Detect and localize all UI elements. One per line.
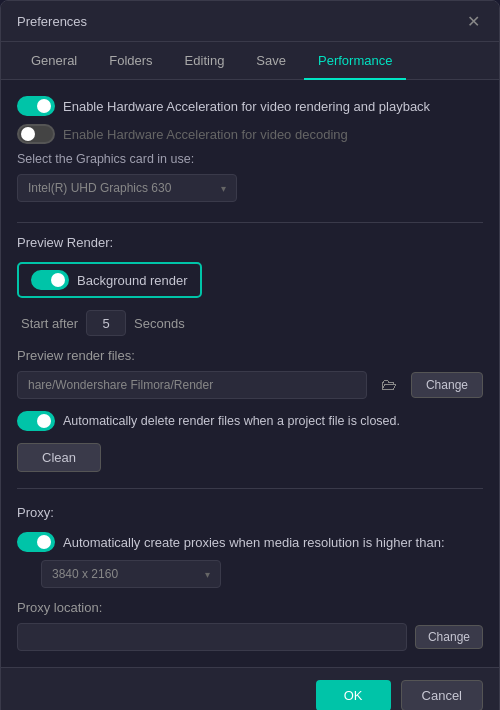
file-path-box: hare/Wondershare Filmora/Render: [17, 371, 367, 399]
auto-delete-row: Automatically delete render files when a…: [17, 411, 483, 431]
proxy-location-label: Proxy location:: [17, 600, 483, 615]
seconds-label: Seconds: [134, 316, 185, 331]
content-area: Enable Hardware Acceleration for video r…: [1, 80, 499, 667]
resolution-dropdown[interactable]: 3840 x 2160 ▾: [41, 560, 221, 588]
accel-video-toggle[interactable]: [17, 96, 55, 116]
preview-render-title: Preview Render:: [17, 235, 483, 250]
accel-decode-knob: [21, 127, 35, 141]
ok-button[interactable]: OK: [316, 680, 391, 710]
divider-1: [17, 222, 483, 223]
tab-editing[interactable]: Editing: [171, 43, 239, 80]
start-after-label: Start after: [21, 316, 78, 331]
tab-performance[interactable]: Performance: [304, 43, 406, 80]
auto-delete-label: Automatically delete render files when a…: [63, 414, 400, 428]
tab-folders[interactable]: Folders: [95, 43, 166, 80]
background-render-label: Background render: [77, 273, 188, 288]
accel-video-label: Enable Hardware Acceleration for video r…: [63, 99, 430, 114]
auto-proxy-toggle[interactable]: [17, 532, 55, 552]
accel-video-row: Enable Hardware Acceleration for video r…: [17, 96, 483, 116]
auto-proxy-knob: [37, 535, 51, 549]
dialog-title: Preferences: [17, 14, 87, 29]
accel-decode-toggle[interactable]: [17, 124, 55, 144]
folder-icon: 🗁: [381, 376, 397, 394]
preview-render-section: Preview Render: Background render Start …: [17, 235, 483, 472]
graphics-dropdown[interactable]: Intel(R) UHD Graphics 630 ▾: [17, 174, 237, 202]
close-button[interactable]: ✕: [463, 11, 483, 31]
background-render-toggle[interactable]: [31, 270, 69, 290]
change-button[interactable]: Change: [411, 372, 483, 398]
tab-general[interactable]: General: [17, 43, 91, 80]
tab-save[interactable]: Save: [242, 43, 300, 80]
auto-delete-toggle[interactable]: [17, 411, 55, 431]
proxy-change-button[interactable]: Change: [415, 625, 483, 649]
background-render-knob: [51, 273, 65, 287]
preferences-dialog: Preferences ✕ General Folders Editing Sa…: [0, 0, 500, 710]
auto-create-proxy-row: Automatically create proxies when media …: [17, 532, 483, 552]
proxy-location-box: [17, 623, 407, 651]
start-after-row: Start after 5 Seconds: [17, 310, 483, 336]
proxy-location-row: Change: [17, 623, 483, 651]
proxy-change-label: Change: [428, 630, 470, 644]
file-path-row: hare/Wondershare Filmora/Render 🗁 Change: [17, 371, 483, 399]
chevron-down-icon: ▾: [221, 183, 226, 194]
divider-2: [17, 488, 483, 489]
proxy-title: Proxy:: [17, 501, 483, 520]
close-icon: ✕: [467, 12, 480, 31]
accel-decode-label: Enable Hardware Acceleration for video d…: [63, 127, 348, 142]
auto-delete-knob: [37, 414, 51, 428]
folder-browse-button[interactable]: 🗁: [375, 371, 403, 399]
preview-files-label: Preview render files:: [17, 348, 483, 363]
resolution-value: 3840 x 2160: [52, 567, 118, 581]
graphics-label: Select the Graphics card in use:: [17, 152, 483, 166]
auto-proxy-label: Automatically create proxies when media …: [63, 535, 445, 550]
cancel-button[interactable]: Cancel: [401, 680, 483, 710]
accel-video-knob: [37, 99, 51, 113]
resolution-chevron-icon: ▾: [205, 569, 210, 580]
proxy-section: Proxy: Automatically create proxies when…: [17, 501, 483, 651]
accel-decode-row: Enable Hardware Acceleration for video d…: [17, 124, 483, 144]
background-render-toggle-box[interactable]: Background render: [17, 262, 202, 298]
tab-bar: General Folders Editing Save Performance: [1, 42, 499, 80]
start-after-value[interactable]: 5: [86, 310, 126, 336]
clean-button[interactable]: Clean: [17, 443, 101, 472]
title-bar: Preferences ✕: [1, 1, 499, 42]
dialog-footer: OK Cancel: [1, 667, 499, 710]
hardware-section: Enable Hardware Acceleration for video r…: [17, 96, 483, 202]
graphics-value: Intel(R) UHD Graphics 630: [28, 181, 171, 195]
